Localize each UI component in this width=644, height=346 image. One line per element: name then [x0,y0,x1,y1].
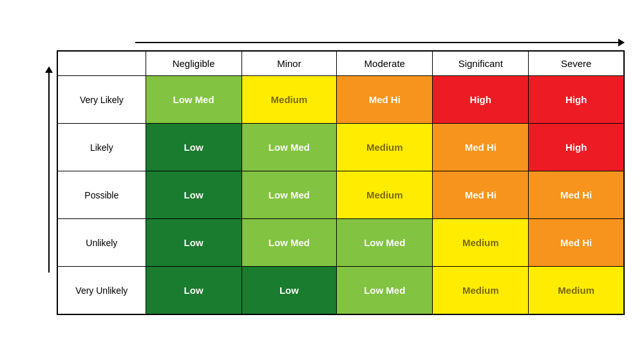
table-area: NegligibleMinorModerateSignificantSevere… [45,50,625,315]
likelihood-arrow-line-v [48,73,50,273]
cell-3-2: Low Med [337,219,433,267]
col-header-2: Moderate [337,51,433,76]
row-label-0: Very Likely [57,76,146,124]
cell-4-4: Medium [529,267,624,314]
cell-0-2: Med Hi [337,76,433,124]
cell-1-1: Low Med [242,124,337,171]
header-empty-cell [57,51,146,76]
risk-matrix-table: NegligibleMinorModerateSignificantSevere… [57,50,625,315]
cell-4-2: Low Med [337,267,433,314]
table-row: UnlikelyLowLow MedLow MedMediumMed Hi [57,219,624,267]
likelihood-arrow-wrap [45,50,53,289]
cell-2-3: Med Hi [433,171,529,219]
col-header-4: Severe [529,51,624,76]
cell-1-3: Med Hi [433,124,529,171]
cell-4-0: Low [146,267,242,314]
cell-0-1: Medium [242,76,337,124]
table-row: PossibleLowLow MedMediumMed HiMed Hi [57,171,624,219]
cell-0-0: Low Med [146,76,242,124]
impact-arrow-line [135,42,618,43]
impact-arrow-head [618,39,625,46]
cell-1-4: High [529,124,624,171]
cell-1-0: Low [146,124,242,171]
row-label-1: Likely [57,124,146,171]
cell-3-4: Med Hi [529,219,624,267]
left-arrows [45,50,55,315]
col-header-1: Minor [242,51,337,76]
impact-arrow [135,39,625,46]
row-label-2: Possible [57,171,146,219]
cell-0-3: High [433,76,529,124]
cell-0-4: High [529,76,624,124]
col-header-0: Negligible [146,51,242,76]
cell-3-1: Low Med [242,219,337,267]
cell-4-1: Low [242,267,337,314]
col-header-3: Significant [433,51,529,76]
cell-1-2: Medium [337,124,433,171]
cell-2-4: Med Hi [529,171,624,219]
cell-2-1: Low Med [242,171,337,219]
cell-2-0: Low [146,171,242,219]
row-label-3: Unlikely [57,219,146,267]
chart-wrapper: NegligibleMinorModerateSignificantSevere… [0,18,644,328]
impact-arrow-container [135,37,625,46]
likelihood-arrow-head-up [45,66,53,73]
table-row: LikelyLowLow MedMediumMed HiHigh [57,124,624,171]
cell-4-3: Medium [433,267,529,314]
impact-header [45,37,625,46]
row-label-4: Very Unlikely [57,267,146,314]
table-row: Very UnlikelyLowLowLow MedMediumMedium [57,267,624,314]
cell-2-2: Medium [337,171,433,219]
table-row: Very LikelyLow MedMediumMed HiHighHigh [57,76,624,124]
cell-3-0: Low [146,219,242,267]
cell-3-3: Medium [433,219,529,267]
